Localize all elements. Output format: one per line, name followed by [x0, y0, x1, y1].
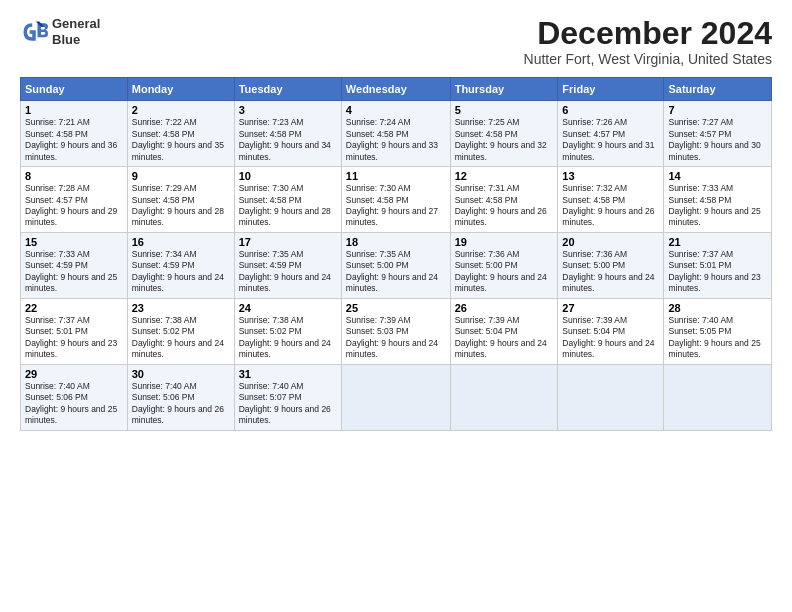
calendar-cell: 4 Sunrise: 7:24 AM Sunset: 4:58 PM Dayli…: [341, 101, 450, 167]
calendar-cell: 8 Sunrise: 7:28 AM Sunset: 4:57 PM Dayli…: [21, 167, 128, 233]
calendar-week-row: 29 Sunrise: 7:40 AM Sunset: 5:06 PM Dayl…: [21, 364, 772, 430]
day-number: 31: [239, 368, 337, 380]
sunset-label: Sunset: 4:57 PM: [25, 195, 88, 205]
sunrise-label: Sunrise: 7:21 AM: [25, 117, 90, 127]
calendar-cell: 1 Sunrise: 7:21 AM Sunset: 4:58 PM Dayli…: [21, 101, 128, 167]
day-number: 10: [239, 170, 337, 182]
daylight-label: Daylight: 9 hours and 25 minutes.: [25, 404, 117, 425]
calendar-cell: 22 Sunrise: 7:37 AM Sunset: 5:01 PM Dayl…: [21, 298, 128, 364]
header-row: Sunday Monday Tuesday Wednesday Thursday…: [21, 78, 772, 101]
calendar-cell: [664, 364, 772, 430]
calendar-cell: 18 Sunrise: 7:35 AM Sunset: 5:00 PM Dayl…: [341, 232, 450, 298]
sunset-label: Sunset: 4:58 PM: [132, 129, 195, 139]
daylight-label: Daylight: 9 hours and 26 minutes.: [562, 206, 654, 227]
sunrise-label: Sunrise: 7:40 AM: [239, 381, 304, 391]
day-number: 13: [562, 170, 659, 182]
sunrise-label: Sunrise: 7:40 AM: [668, 315, 733, 325]
sunrise-label: Sunrise: 7:22 AM: [132, 117, 197, 127]
daylight-label: Daylight: 9 hours and 26 minutes.: [132, 404, 224, 425]
day-info: Sunrise: 7:39 AM Sunset: 5:03 PM Dayligh…: [346, 315, 446, 361]
daylight-label: Daylight: 9 hours and 26 minutes.: [455, 206, 547, 227]
sunset-label: Sunset: 4:58 PM: [562, 195, 625, 205]
day-number: 1: [25, 104, 123, 116]
calendar-cell: 9 Sunrise: 7:29 AM Sunset: 4:58 PM Dayli…: [127, 167, 234, 233]
daylight-label: Daylight: 9 hours and 25 minutes.: [25, 272, 117, 293]
sunrise-label: Sunrise: 7:25 AM: [455, 117, 520, 127]
calendar-cell: 14 Sunrise: 7:33 AM Sunset: 4:58 PM Dayl…: [664, 167, 772, 233]
daylight-label: Daylight: 9 hours and 25 minutes.: [668, 338, 760, 359]
calendar-cell: 7 Sunrise: 7:27 AM Sunset: 4:57 PM Dayli…: [664, 101, 772, 167]
day-number: 23: [132, 302, 230, 314]
title-block: December 2024 Nutter Fort, West Virginia…: [524, 16, 772, 67]
sunset-label: Sunset: 4:58 PM: [25, 129, 88, 139]
day-number: 8: [25, 170, 123, 182]
sunset-label: Sunset: 4:57 PM: [668, 129, 731, 139]
sunset-label: Sunset: 5:02 PM: [132, 326, 195, 336]
day-number: 28: [668, 302, 767, 314]
day-info: Sunrise: 7:33 AM Sunset: 4:59 PM Dayligh…: [25, 249, 123, 295]
day-number: 6: [562, 104, 659, 116]
day-info: Sunrise: 7:25 AM Sunset: 4:58 PM Dayligh…: [455, 117, 554, 163]
calendar-cell: 15 Sunrise: 7:33 AM Sunset: 4:59 PM Dayl…: [21, 232, 128, 298]
sunrise-label: Sunrise: 7:32 AM: [562, 183, 627, 193]
sunset-label: Sunset: 5:06 PM: [132, 392, 195, 402]
calendar-cell: [341, 364, 450, 430]
calendar-cell: 30 Sunrise: 7:40 AM Sunset: 5:06 PM Dayl…: [127, 364, 234, 430]
day-number: 19: [455, 236, 554, 248]
day-number: 20: [562, 236, 659, 248]
daylight-label: Daylight: 9 hours and 30 minutes.: [668, 140, 760, 161]
col-friday: Friday: [558, 78, 664, 101]
day-info: Sunrise: 7:32 AM Sunset: 4:58 PM Dayligh…: [562, 183, 659, 229]
sunrise-label: Sunrise: 7:29 AM: [132, 183, 197, 193]
sunset-label: Sunset: 4:58 PM: [455, 129, 518, 139]
calendar-cell: 2 Sunrise: 7:22 AM Sunset: 4:58 PM Dayli…: [127, 101, 234, 167]
day-number: 24: [239, 302, 337, 314]
sunrise-label: Sunrise: 7:26 AM: [562, 117, 627, 127]
sunrise-label: Sunrise: 7:28 AM: [25, 183, 90, 193]
daylight-label: Daylight: 9 hours and 24 minutes.: [562, 338, 654, 359]
day-info: Sunrise: 7:40 AM Sunset: 5:07 PM Dayligh…: [239, 381, 337, 427]
sunset-label: Sunset: 4:58 PM: [346, 129, 409, 139]
day-number: 5: [455, 104, 554, 116]
day-info: Sunrise: 7:28 AM Sunset: 4:57 PM Dayligh…: [25, 183, 123, 229]
calendar-cell: 28 Sunrise: 7:40 AM Sunset: 5:05 PM Dayl…: [664, 298, 772, 364]
sunrise-label: Sunrise: 7:39 AM: [346, 315, 411, 325]
day-info: Sunrise: 7:35 AM Sunset: 4:59 PM Dayligh…: [239, 249, 337, 295]
day-number: 15: [25, 236, 123, 248]
sunrise-label: Sunrise: 7:35 AM: [346, 249, 411, 259]
logo-text: General Blue: [52, 16, 100, 47]
col-wednesday: Wednesday: [341, 78, 450, 101]
calendar-cell: 11 Sunrise: 7:30 AM Sunset: 4:58 PM Dayl…: [341, 167, 450, 233]
calendar-cell: [558, 364, 664, 430]
sunrise-label: Sunrise: 7:39 AM: [455, 315, 520, 325]
calendar-cell: 10 Sunrise: 7:30 AM Sunset: 4:58 PM Dayl…: [234, 167, 341, 233]
day-info: Sunrise: 7:36 AM Sunset: 5:00 PM Dayligh…: [455, 249, 554, 295]
daylight-label: Daylight: 9 hours and 24 minutes.: [132, 272, 224, 293]
sunrise-label: Sunrise: 7:40 AM: [132, 381, 197, 391]
col-monday: Monday: [127, 78, 234, 101]
day-number: 29: [25, 368, 123, 380]
day-info: Sunrise: 7:29 AM Sunset: 4:58 PM Dayligh…: [132, 183, 230, 229]
daylight-label: Daylight: 9 hours and 31 minutes.: [562, 140, 654, 161]
day-info: Sunrise: 7:40 AM Sunset: 5:06 PM Dayligh…: [132, 381, 230, 427]
day-number: 17: [239, 236, 337, 248]
day-info: Sunrise: 7:22 AM Sunset: 4:58 PM Dayligh…: [132, 117, 230, 163]
sunset-label: Sunset: 4:59 PM: [239, 260, 302, 270]
sunrise-label: Sunrise: 7:23 AM: [239, 117, 304, 127]
sunset-label: Sunset: 4:58 PM: [239, 129, 302, 139]
sunrise-label: Sunrise: 7:36 AM: [562, 249, 627, 259]
sunset-label: Sunset: 4:58 PM: [346, 195, 409, 205]
day-number: 2: [132, 104, 230, 116]
calendar-cell: 27 Sunrise: 7:39 AM Sunset: 5:04 PM Dayl…: [558, 298, 664, 364]
day-info: Sunrise: 7:37 AM Sunset: 5:01 PM Dayligh…: [668, 249, 767, 295]
col-thursday: Thursday: [450, 78, 558, 101]
month-title: December 2024: [524, 16, 772, 51]
daylight-label: Daylight: 9 hours and 23 minutes.: [668, 272, 760, 293]
day-info: Sunrise: 7:23 AM Sunset: 4:58 PM Dayligh…: [239, 117, 337, 163]
day-number: 9: [132, 170, 230, 182]
sunset-label: Sunset: 5:00 PM: [562, 260, 625, 270]
sunrise-label: Sunrise: 7:37 AM: [668, 249, 733, 259]
day-number: 3: [239, 104, 337, 116]
day-info: Sunrise: 7:34 AM Sunset: 4:59 PM Dayligh…: [132, 249, 230, 295]
sunrise-label: Sunrise: 7:24 AM: [346, 117, 411, 127]
